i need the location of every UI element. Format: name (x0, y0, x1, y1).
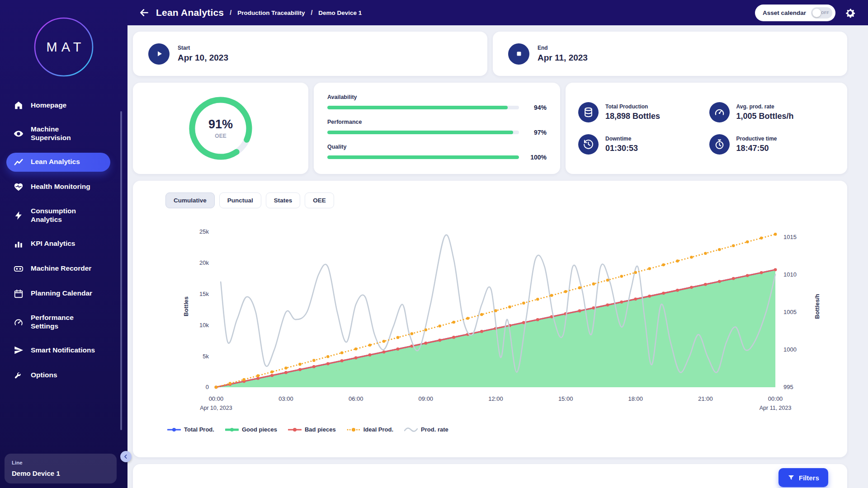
legend-label: Total Prod. (184, 426, 214, 433)
bolt-icon (14, 211, 24, 221)
sidebar-menu: HomepageMachine SupervisionLean Analytic… (0, 94, 127, 385)
sidebar-item-lean-analytics[interactable]: Lean Analytics (6, 153, 110, 172)
settings-button[interactable] (844, 7, 856, 19)
kpi-downtime: Downtime01:30:53 (578, 134, 704, 155)
sidebar-item-label: Performance Settings (31, 314, 99, 331)
legend-bad-pieces[interactable]: Bad pieces (288, 426, 336, 433)
metric-progress-bar (327, 131, 519, 134)
svg-text:995: 995 (783, 384, 793, 390)
tab-oee[interactable]: OEE (305, 192, 334, 208)
home-icon (14, 100, 24, 110)
sidebar-item-kpi-analytics[interactable]: KPI Analytics (6, 235, 110, 253)
back-button[interactable] (138, 7, 150, 19)
svg-text:1010: 1010 (783, 271, 797, 278)
asset-calendar-label: Asset calendar (763, 9, 806, 16)
chart-legend: Total Prod.Good piecesBad piecesIdeal Pr… (167, 426, 836, 433)
kpi-icon-circle (709, 102, 730, 122)
sidebar-item-label: Consumption Analytics (31, 207, 99, 224)
kpi-icon-circle (578, 134, 599, 155)
sidebar-item-label: Machine Recorder (31, 264, 91, 273)
end-button[interactable] (508, 43, 529, 65)
legend-prod-rate[interactable]: Prod. rate (404, 426, 448, 433)
sidebar-item-smart-notifications[interactable]: Smart Notifications (6, 341, 110, 360)
oee-card: 91% OEE (133, 83, 308, 174)
kpi-card: Total Production18,898 BottlesAvg. prod.… (566, 83, 847, 174)
asset-calendar-toggle[interactable]: OFF (811, 7, 832, 19)
sidebar: MAT HomepageMachine SupervisionLean Anal… (0, 0, 127, 488)
kpi-avg-prod-rate: Avg. prod. rate1,005 Bottles/h (709, 102, 835, 122)
legend-label: Bad pieces (305, 426, 336, 433)
start-date: Apr 10, 2023 (178, 53, 228, 63)
svg-text:Bottles/h: Bottles/h (814, 294, 821, 319)
asset-calendar-control[interactable]: Asset calendar OFF (755, 5, 835, 21)
sidebar-collapse-button[interactable] (120, 451, 132, 462)
sidebar-scrollbar[interactable] (120, 111, 122, 430)
metric-percent: 94% (526, 104, 547, 111)
line-selector[interactable]: Line Demo Device 1 (5, 454, 117, 483)
svg-text:10k: 10k (199, 322, 209, 328)
bottom-card (133, 464, 847, 488)
sidebar-item-label: Health Monitoring (31, 183, 90, 191)
end-card: End Apr 11, 2023 (493, 32, 847, 76)
breadcrumb-production-traceability[interactable]: Production Traceability (237, 9, 305, 16)
sidebar-item-health-monitoring[interactable]: Health Monitoring (6, 178, 110, 197)
metric-progress-bar (327, 155, 519, 159)
kpi-label: Downtime (605, 136, 638, 142)
app-root: MAT HomepageMachine SupervisionLean Anal… (0, 0, 868, 488)
back-arrow-icon (138, 7, 150, 19)
chevron-left-icon (123, 453, 129, 460)
svg-text:00:00: 00:00 (768, 395, 783, 402)
tab-cumulative[interactable]: Cumulative (165, 192, 215, 208)
kpi-icon-circle (578, 102, 599, 122)
kpi-productive-time: Productive time18:47:50 (709, 134, 835, 155)
sidebar-item-options[interactable]: Options (6, 366, 110, 385)
metrics-bars: Availability94%Performance97%Quality100% (327, 94, 547, 161)
page-title: Lean Analytics (156, 7, 224, 18)
chart-card: CumulativePunctualStatesOEE 05k10k15k20k… (133, 181, 847, 457)
legend-good-pieces[interactable]: Good pieces (225, 426, 277, 433)
legend-ideal-prod[interactable]: Ideal Prod. (347, 426, 393, 433)
sidebar-item-label: Machine Supervision (31, 125, 99, 142)
svg-text:1000: 1000 (783, 346, 797, 353)
svg-text:Apr 11, 2023: Apr 11, 2023 (760, 405, 792, 411)
sidebar-item-machine-recorder[interactable]: Machine Recorder (6, 259, 110, 278)
sidebar-item-planning-calendar[interactable]: Planning Calendar (6, 284, 110, 303)
toggle-state-label: OFF (821, 10, 829, 15)
tab-punctual[interactable]: Punctual (219, 192, 261, 208)
app-logo: MAT (0, 0, 127, 94)
end-label: End (538, 45, 588, 51)
metric-availability: Availability94% (327, 94, 547, 111)
filters-button[interactable]: Filters (778, 468, 828, 487)
breadcrumb-separator: / (230, 9, 231, 16)
sidebar-item-machine-supervision[interactable]: Machine Supervision (6, 121, 110, 147)
svg-text:15k: 15k (199, 291, 209, 297)
toggle-knob (812, 9, 821, 17)
svg-text:06:00: 06:00 (349, 395, 363, 402)
tab-states[interactable]: States (266, 192, 301, 208)
svg-text:00:00: 00:00 (209, 395, 224, 402)
svg-text:20k: 20k (199, 259, 209, 266)
breadcrumb-demo-device[interactable]: Demo Device 1 (318, 9, 362, 16)
kpi-total-production: Total Production18,898 Bottles (578, 102, 704, 122)
sidebar-item-homepage[interactable]: Homepage (6, 96, 110, 115)
sidebar-item-label: Options (31, 371, 57, 380)
history-clock-icon (583, 139, 594, 150)
database-icon (583, 107, 594, 118)
svg-text:5k: 5k (203, 353, 209, 360)
sidebar-item-consumption-analytics[interactable]: Consumption Analytics (6, 202, 110, 229)
svg-text:12:00: 12:00 (488, 395, 503, 402)
start-button[interactable] (148, 43, 170, 65)
eye-icon (14, 129, 24, 139)
heart-icon (14, 182, 24, 192)
legend-label: Ideal Prod. (363, 426, 393, 433)
sidebar-item-label: Lean Analytics (31, 158, 80, 166)
filters-label: Filters (799, 474, 819, 482)
sidebar-item-performance-settings[interactable]: Performance Settings (6, 309, 110, 335)
metric-percent: 100% (526, 154, 547, 161)
main-content: Start Apr 10, 2023 End Apr 11, 2023 (127, 25, 868, 488)
oee-value: 91% (208, 117, 233, 131)
svg-text:Apr 10, 2023: Apr 10, 2023 (200, 405, 232, 411)
legend-total-prod[interactable]: Total Prod. (167, 426, 214, 433)
calendar-icon (14, 289, 24, 299)
sidebar-item-label: KPI Analytics (31, 239, 75, 248)
